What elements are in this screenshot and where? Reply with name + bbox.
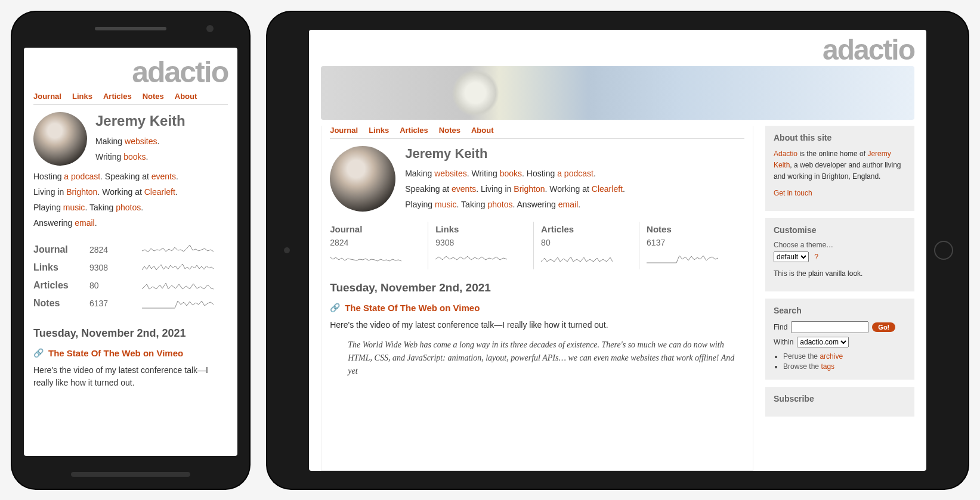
avatar bbox=[330, 146, 395, 212]
main-nav: Journal Links Articles Notes About bbox=[33, 92, 228, 105]
sparkline-links bbox=[128, 260, 228, 275]
stat-notes[interactable]: Notes 6137 bbox=[33, 296, 228, 310]
post-date: Tuesday, November 2nd, 2021 bbox=[33, 327, 228, 340]
subscribe-heading: Subscribe bbox=[774, 394, 906, 403]
post-title[interactable]: The State Of The Web on Vimeo bbox=[345, 303, 480, 313]
theme-label: Choose a theme… bbox=[774, 241, 906, 249]
link-tags[interactable]: tags bbox=[821, 362, 834, 371]
stat-links[interactable]: Links 9308 bbox=[428, 222, 533, 269]
link-adactio[interactable]: Adactio bbox=[774, 150, 797, 158]
nav-notes[interactable]: Notes bbox=[143, 92, 164, 101]
nav-links[interactable]: Links bbox=[369, 126, 389, 135]
link-websites[interactable]: websites bbox=[434, 169, 466, 178]
theme-select[interactable]: default bbox=[774, 251, 809, 262]
list-item: Browse the tags bbox=[783, 362, 906, 371]
about-text: Adactio is the online home of Jeremy Kei… bbox=[774, 148, 906, 183]
post-excerpt: Here's the video of my latest conference… bbox=[330, 319, 744, 331]
post-title-row: 🔗 The State Of The Web on Vimeo bbox=[330, 303, 744, 313]
header-banner-image bbox=[321, 66, 914, 120]
link-icon: 🔗 bbox=[33, 348, 44, 358]
nav-links[interactable]: Links bbox=[72, 92, 92, 101]
tablet-device-frame: adactio Journal Links Articles Notes Abo… bbox=[267, 12, 968, 489]
link-archive[interactable]: archive bbox=[820, 352, 843, 361]
tablet-screen: adactio Journal Links Articles Notes Abo… bbox=[309, 30, 926, 471]
profile: Jeremy Keith Making websites. Writing bo… bbox=[330, 146, 744, 213]
search-input[interactable] bbox=[791, 321, 868, 333]
bio-line-1: Making websites. Writing books. bbox=[95, 134, 186, 165]
sidebar: About this site Adactio is the online ho… bbox=[765, 126, 914, 471]
customise-box: Customise Choose a theme… default ? This… bbox=[765, 218, 914, 291]
avatar bbox=[33, 112, 87, 166]
post-title-row: 🔗 The State Of The Web on Vimeo bbox=[33, 348, 228, 358]
list-item: Peruse the archive bbox=[783, 352, 906, 361]
stat-links[interactable]: Links 9308 bbox=[33, 260, 228, 275]
sparkline-articles bbox=[541, 251, 613, 265]
search-box: Search Find Go! Within adactio.com Perus… bbox=[765, 299, 914, 380]
post-quote: The World Wide Web has come a long way i… bbox=[348, 338, 744, 378]
stats: Journal 2824 Links 9308 Articles 80 bbox=[330, 221, 744, 269]
sparkline-journal bbox=[330, 251, 401, 265]
stats: Journal 2824 Links 9308 Articles 80 Note… bbox=[33, 242, 228, 310]
theme-desc: This is the plain vanilla look. bbox=[774, 268, 906, 279]
sparkline-journal bbox=[128, 243, 228, 257]
main-column: Journal Links Articles Notes About Jerem… bbox=[321, 126, 753, 471]
link-clearleft[interactable]: Clearleft bbox=[592, 184, 623, 194]
nav-journal[interactable]: Journal bbox=[33, 92, 61, 101]
bio-rest: Hosting a podcast. Speaking at events. L… bbox=[33, 169, 178, 231]
site-logo[interactable]: adactio bbox=[309, 30, 926, 66]
link-books[interactable]: books bbox=[123, 152, 146, 162]
link-podcast[interactable]: a podcast bbox=[557, 169, 593, 178]
link-music[interactable]: music bbox=[63, 203, 85, 212]
post-date: Tuesday, November 2nd, 2021 bbox=[330, 281, 744, 294]
link-music[interactable]: music bbox=[435, 200, 457, 209]
sparkline-links bbox=[435, 251, 507, 265]
link-brighton[interactable]: Brighton bbox=[514, 184, 545, 194]
link-podcast[interactable]: a podcast bbox=[64, 172, 100, 181]
link-email[interactable]: email bbox=[75, 218, 94, 228]
link-photos[interactable]: photos bbox=[116, 203, 141, 212]
link-brighton[interactable]: Brighton bbox=[66, 187, 97, 197]
stat-notes[interactable]: Notes 6137 bbox=[639, 222, 744, 269]
post-excerpt: Here's the video of my latest conference… bbox=[33, 364, 228, 389]
link-events[interactable]: events bbox=[452, 184, 476, 194]
post-title[interactable]: The State Of The Web on Vimeo bbox=[48, 348, 183, 358]
tablet-camera bbox=[284, 247, 290, 253]
stat-journal[interactable]: Journal 2824 bbox=[33, 243, 228, 257]
nav-about[interactable]: About bbox=[175, 92, 197, 101]
link-books[interactable]: books bbox=[500, 169, 522, 178]
stat-articles[interactable]: Articles 80 bbox=[533, 222, 639, 269]
tablet-home-button[interactable] bbox=[934, 241, 953, 260]
nav-notes[interactable]: Notes bbox=[439, 126, 460, 135]
nav-articles[interactable]: Articles bbox=[103, 92, 132, 101]
link-contact[interactable]: Get in touch bbox=[774, 189, 812, 197]
link-email[interactable]: email bbox=[558, 200, 578, 209]
within-label: Within bbox=[774, 338, 793, 346]
nav-articles[interactable]: Articles bbox=[400, 126, 428, 135]
stat-journal[interactable]: Journal 2824 bbox=[330, 222, 428, 269]
within-select[interactable]: adactio.com bbox=[797, 337, 849, 347]
go-button[interactable]: Go! bbox=[872, 322, 895, 332]
about-box: About this site Adactio is the online ho… bbox=[765, 126, 914, 211]
link-icon: 🔗 bbox=[330, 303, 340, 312]
find-label: Find bbox=[774, 323, 787, 331]
phone-camera bbox=[206, 25, 214, 32]
about-heading: About this site bbox=[774, 133, 906, 142]
phone-screen: adactio Journal Links Articles Notes Abo… bbox=[24, 48, 237, 456]
subscribe-box: Subscribe bbox=[765, 387, 914, 417]
nav-about[interactable]: About bbox=[471, 126, 494, 135]
customise-heading: Customise bbox=[774, 225, 906, 235]
sparkline-articles bbox=[128, 278, 228, 293]
author-name: Jeremy Keith bbox=[95, 113, 186, 129]
site-logo[interactable]: adactio bbox=[33, 55, 228, 89]
sparkline-notes bbox=[128, 296, 228, 310]
theme-help-link[interactable]: ? bbox=[814, 253, 818, 261]
stat-articles[interactable]: Articles 80 bbox=[33, 278, 228, 293]
search-heading: Search bbox=[774, 306, 906, 315]
link-events[interactable]: events bbox=[152, 172, 176, 181]
phone-device-frame: adactio Journal Links Articles Notes Abo… bbox=[12, 12, 249, 489]
link-photos[interactable]: photos bbox=[487, 200, 512, 209]
link-websites[interactable]: websites bbox=[125, 136, 157, 146]
bio: Making websites. Writing books. Hosting … bbox=[405, 166, 625, 213]
link-clearleft[interactable]: Clearleft bbox=[144, 187, 175, 197]
nav-journal[interactable]: Journal bbox=[330, 126, 358, 135]
